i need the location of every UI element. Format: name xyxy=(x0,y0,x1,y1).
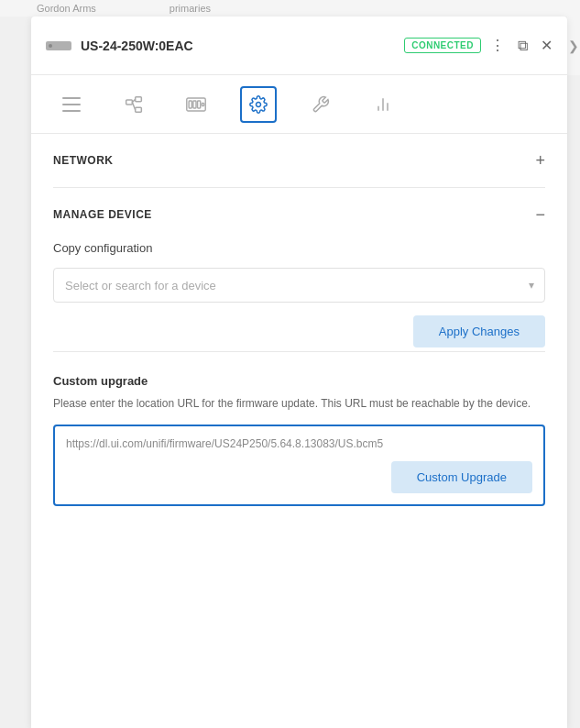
network-section-header: NETWORK + xyxy=(53,152,545,169)
custom-upgrade-description: Please enter the location URL for the fi… xyxy=(53,395,545,412)
svg-rect-1 xyxy=(62,104,81,105)
apply-changes-button[interactable]: Apply Changes xyxy=(413,315,545,347)
device-name: US-24-250W:0EAC xyxy=(81,39,395,53)
close-icon[interactable]: ✕ xyxy=(541,37,553,54)
tab-list[interactable] xyxy=(53,86,90,123)
svg-rect-11 xyxy=(198,101,201,108)
device-icon xyxy=(46,41,71,50)
tab-bar xyxy=(31,75,567,134)
tab-stats[interactable] xyxy=(365,86,401,123)
expand-panel-button[interactable]: ❯ xyxy=(567,17,580,75)
tab-ports[interactable] xyxy=(178,86,214,123)
device-panel: US-24-250W:0EAC CONNECTED ⋮ ⧉ ✕ xyxy=(31,17,567,728)
custom-upgrade-section: Custom upgrade Please enter the location… xyxy=(53,356,545,524)
custom-upgrade-button[interactable]: Custom Upgrade xyxy=(391,461,532,493)
network-section-title: NETWORK xyxy=(53,154,114,167)
tab-tools[interactable] xyxy=(302,86,339,123)
svg-rect-12 xyxy=(202,103,203,105)
svg-rect-4 xyxy=(136,96,142,101)
background-label-1: Gordon Arms xyxy=(37,3,96,14)
device-select[interactable]: Select or search for a device xyxy=(53,268,545,303)
section-divider xyxy=(53,351,545,352)
svg-rect-5 xyxy=(136,107,142,112)
copy-config-label: Copy configuration xyxy=(53,241,545,255)
header-icons: ⋮ ⧉ ✕ xyxy=(490,37,553,54)
panel-header: US-24-250W:0EAC CONNECTED ⋮ ⧉ ✕ xyxy=(31,17,567,75)
tab-topology[interactable] xyxy=(115,86,152,123)
svg-rect-10 xyxy=(193,101,196,108)
svg-rect-3 xyxy=(126,100,133,105)
svg-rect-0 xyxy=(62,97,81,99)
connected-badge: CONNECTED xyxy=(404,38,481,53)
svg-line-7 xyxy=(132,102,135,109)
svg-point-13 xyxy=(257,102,261,106)
manage-device-title: MANAGE DEVICE xyxy=(53,208,152,221)
device-select-wrapper: Select or search for a device ▾ xyxy=(53,268,545,303)
more-options-icon[interactable]: ⋮ xyxy=(490,37,505,54)
network-section: NETWORK + xyxy=(53,134,545,188)
svg-rect-2 xyxy=(62,110,81,112)
upgrade-url-text: https://dl.ui.com/unifi/firmware/US24P25… xyxy=(66,437,532,450)
copy-window-icon[interactable]: ⧉ xyxy=(518,38,528,54)
svg-rect-9 xyxy=(189,101,192,108)
manage-device-header: MANAGE DEVICE − xyxy=(53,206,545,223)
background-label-2: primaries xyxy=(170,3,211,14)
manage-device-section: MANAGE DEVICE − Copy configuration Selec… xyxy=(53,188,545,543)
custom-upgrade-title: Custom upgrade xyxy=(53,374,545,388)
network-toggle-button[interactable]: + xyxy=(535,152,545,169)
manage-device-toggle[interactable]: − xyxy=(535,206,545,223)
tab-settings[interactable] xyxy=(240,86,277,123)
panel-content: NETWORK + MANAGE DEVICE − Copy configura… xyxy=(31,134,567,728)
upgrade-url-box: https://dl.ui.com/unifi/firmware/US24P25… xyxy=(53,425,545,506)
